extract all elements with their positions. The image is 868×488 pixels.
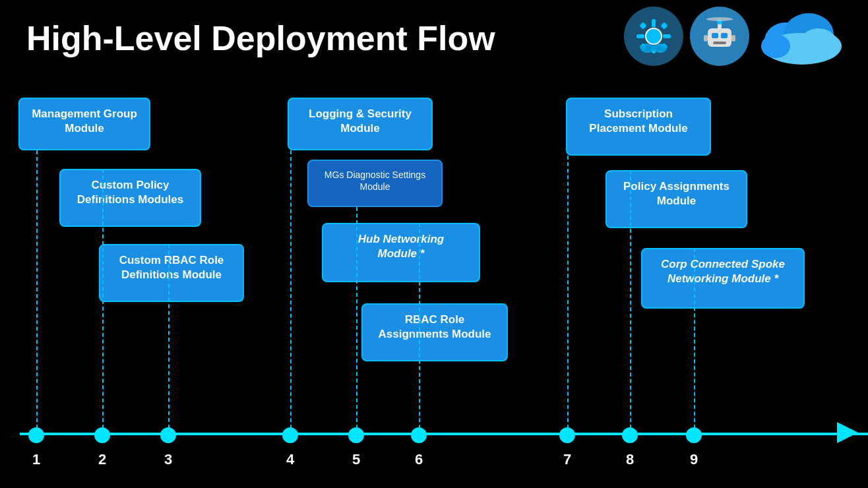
dashed-line-6 [419, 223, 420, 435]
custom-policy-definitions-module: Custom PolicyDefinitions Modules [59, 169, 201, 227]
rbac-role-assignments-module: RBAC RoleAssignments Module [361, 303, 508, 361]
timeline-dot-6 [411, 427, 427, 443]
mgs-diagnostic-settings-module: MGs Diagnostic SettingsModule [307, 160, 443, 207]
timeline-arrow [837, 422, 858, 443]
svg-rect-5 [639, 22, 646, 29]
timeline-number-9: 9 [690, 451, 698, 468]
svg-rect-18 [704, 35, 708, 42]
svg-rect-19 [731, 35, 735, 42]
svg-point-0 [646, 28, 662, 44]
corp-connected-spoke-module: Corp Connected SpokeNetworking Module * [641, 248, 805, 309]
timeline-number-1: 1 [32, 451, 40, 468]
robot-icon [690, 7, 749, 66]
logging-security-module: Logging & SecurityModule [288, 98, 433, 150]
timeline-dot-4 [282, 427, 298, 443]
page-container: High-Level Deployment Flow [0, 0, 868, 488]
timeline-number-7: 7 [563, 451, 571, 468]
svg-point-26 [761, 34, 790, 58]
timeline-dot-2 [94, 427, 110, 443]
policy-assignments-module: Policy AssignmentsModule [605, 170, 747, 228]
page-title: High-Level Deployment Flow [26, 18, 495, 58]
gear-icon [624, 7, 683, 66]
svg-rect-13 [712, 33, 718, 38]
svg-point-20 [706, 17, 733, 21]
cloud-icon [756, 7, 848, 66]
svg-rect-11 [640, 46, 667, 51]
timeline-line [20, 433, 868, 435]
dashed-line-1 [36, 150, 38, 435]
icons-container [624, 7, 848, 66]
svg-rect-6 [660, 22, 667, 29]
hub-networking-module: Hub NetworkingModule * [322, 223, 480, 282]
svg-rect-3 [636, 34, 644, 38]
timeline-dot-5 [348, 427, 364, 443]
custom-rbac-role-definitions-module: Custom RBAC RoleDefinitions Module [99, 244, 244, 302]
timeline-number-8: 8 [626, 451, 634, 468]
svg-rect-4 [663, 34, 671, 38]
timeline-dot-9 [686, 427, 702, 443]
timeline-dot-3 [160, 427, 176, 443]
timeline-number-6: 6 [415, 451, 423, 468]
timeline-number-4: 4 [286, 451, 294, 468]
dashed-line-5 [356, 207, 357, 435]
svg-rect-14 [721, 33, 728, 38]
svg-rect-15 [713, 42, 726, 44]
svg-rect-1 [652, 19, 656, 27]
dashed-line-4 [290, 150, 292, 435]
dashed-line-9 [694, 248, 695, 435]
timeline-number-5: 5 [352, 451, 360, 468]
dashed-line-2 [102, 169, 104, 435]
timeline-dot-8 [622, 427, 638, 443]
timeline-dot-1 [28, 427, 44, 443]
timeline-number-3: 3 [164, 451, 172, 468]
dashed-line-8 [630, 170, 631, 435]
management-group-module: Management Group Module [18, 98, 150, 150]
timeline-number-2: 2 [98, 451, 106, 468]
timeline-dot-7 [559, 427, 575, 443]
subscription-placement-module: SubscriptionPlacement Module [566, 98, 711, 156]
dashed-line-3 [168, 244, 170, 435]
dashed-line-7 [567, 156, 569, 435]
